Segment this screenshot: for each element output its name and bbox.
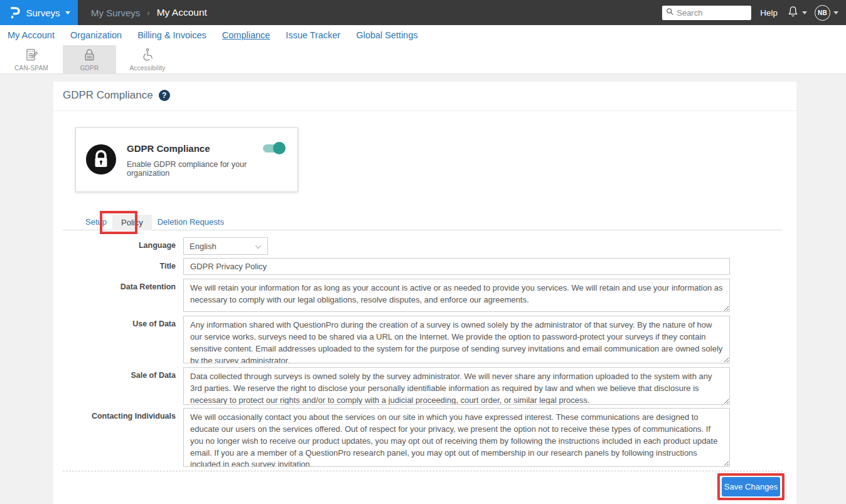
card-subtitle: Enable GDPR compliance for your organiza… bbox=[127, 160, 287, 178]
title-label: Title bbox=[53, 262, 176, 271]
use-of-data-textarea[interactable]: Any information shared with QuestionPro … bbox=[183, 316, 730, 363]
nav-compliance[interactable]: Compliance bbox=[222, 30, 270, 40]
breadcrumb-my-account: My Account bbox=[157, 7, 207, 18]
chevron-down-icon bbox=[833, 11, 838, 14]
form-footer-divider bbox=[63, 471, 783, 471]
gdpr-toggle[interactable] bbox=[263, 144, 284, 153]
avatar: NB bbox=[815, 5, 830, 21]
wheelchair-icon bbox=[140, 47, 156, 63]
contacting-individuals-label: Contacting Individuals bbox=[53, 412, 176, 421]
tab-setup[interactable]: Setup bbox=[80, 214, 112, 230]
chevron-down-icon bbox=[802, 11, 807, 14]
tab-label: GDPR bbox=[80, 65, 99, 72]
tab-accessibility[interactable]: Accessibility bbox=[116, 45, 179, 73]
account-nav: My Account Organization Billing & Invoic… bbox=[0, 25, 846, 45]
top-header: Surveys My Surveys › My Account Help bbox=[0, 0, 846, 25]
account-menu[interactable]: NB bbox=[815, 5, 838, 21]
contacting-individuals-field-wrap: We will occasionally contact you about t… bbox=[183, 408, 730, 469]
global-search[interactable] bbox=[662, 6, 751, 20]
sale-of-data-textarea[interactable]: Data collected through surveys is owned … bbox=[183, 367, 730, 405]
notepad-pencil-icon bbox=[24, 47, 40, 63]
use-of-data-label: Use of Data bbox=[53, 319, 176, 328]
breadcrumb-my-surveys[interactable]: My Surveys bbox=[91, 8, 140, 18]
nav-organization[interactable]: Organization bbox=[70, 30, 122, 40]
chevron-down-icon bbox=[65, 11, 70, 14]
page-title-row: GDPR Compliance ? bbox=[63, 89, 170, 102]
nav-global-settings[interactable]: Global Settings bbox=[356, 30, 417, 40]
tab-label: CAN-SPAM bbox=[14, 65, 48, 72]
notifications-menu[interactable] bbox=[787, 5, 807, 21]
search-icon bbox=[666, 7, 674, 18]
save-changes-button[interactable]: Save Changes bbox=[722, 477, 780, 496]
policy-title-input[interactable] bbox=[183, 258, 730, 275]
language-label: Language bbox=[53, 241, 176, 250]
padlock-icon bbox=[82, 47, 97, 63]
app-window: Surveys My Surveys › My Account Help bbox=[0, 0, 846, 504]
tab-can-spam[interactable]: CAN-SPAM bbox=[0, 45, 63, 73]
tab-deletion-requests[interactable]: Deletion Requests bbox=[152, 214, 230, 230]
questionpro-logo-icon bbox=[8, 5, 21, 20]
sale-of-data-label: Sale of Data bbox=[53, 371, 176, 380]
title-field-wrap bbox=[183, 258, 730, 275]
toggle-knob bbox=[273, 142, 286, 154]
language-field-wrap: English bbox=[183, 237, 730, 255]
breadcrumb-separator: › bbox=[147, 8, 149, 18]
lock-badge-icon bbox=[86, 144, 116, 174]
product-switcher[interactable]: Surveys bbox=[0, 0, 78, 25]
breadcrumb: My Surveys › My Account bbox=[91, 7, 207, 18]
page-title: GDPR Compliance bbox=[63, 89, 153, 102]
language-selected-value: English bbox=[190, 242, 217, 251]
nav-issue-tracker[interactable]: Issue Tracker bbox=[286, 30, 340, 40]
compliance-section-tabs: CAN-SPAM GDPR Accessibility bbox=[0, 45, 846, 74]
policy-tabbar: Setup Policy Deletion Requests bbox=[63, 215, 783, 230]
product-label: Surveys bbox=[26, 8, 60, 18]
contacting-individuals-textarea[interactable]: We will occasionally contact you about t… bbox=[183, 408, 730, 467]
chevron-down-icon bbox=[255, 240, 262, 252]
tab-gdpr[interactable]: GDPR bbox=[63, 45, 116, 73]
gdpr-compliance-panel: GDPR Compliance ? GDPR Compliance Enable… bbox=[53, 82, 796, 504]
use-of-data-field-wrap: Any information shared with QuestionPro … bbox=[183, 316, 730, 366]
sale-of-data-field-wrap: Data collected through surveys is owned … bbox=[183, 367, 730, 407]
bell-icon bbox=[787, 5, 799, 21]
data-retention-textarea[interactable]: We will retain your information for as l… bbox=[183, 279, 730, 312]
tab-label: Accessibility bbox=[129, 65, 165, 72]
help-icon[interactable]: ? bbox=[159, 90, 170, 101]
tab-policy[interactable]: Policy bbox=[112, 215, 152, 230]
language-select[interactable]: English bbox=[183, 237, 268, 255]
nav-billing-invoices[interactable]: Billing & Invoices bbox=[137, 30, 206, 40]
data-retention-label: Data Retention bbox=[53, 282, 176, 291]
search-input[interactable] bbox=[677, 8, 747, 18]
help-link[interactable]: Help bbox=[760, 8, 778, 18]
divider bbox=[53, 110, 796, 111]
data-retention-field-wrap: We will retain your information for as l… bbox=[183, 279, 730, 314]
nav-my-account[interactable]: My Account bbox=[8, 30, 55, 40]
gdpr-enable-card: GDPR Compliance Enable GDPR compliance f… bbox=[75, 127, 298, 192]
